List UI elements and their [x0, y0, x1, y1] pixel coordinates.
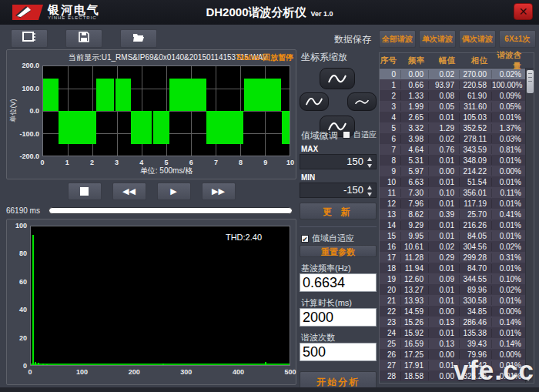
table-row[interactable]: 2214.590.0034.850.00%: [380, 306, 534, 317]
fast-forward-button[interactable]: ▶▶: [202, 183, 236, 200]
table-cell: 18: [380, 264, 401, 273]
table-cell: 25.70: [460, 210, 492, 219]
x-tick-label: 1: [59, 159, 75, 166]
spinner-arrows-icon[interactable]: [367, 186, 373, 196]
table-row[interactable]: 21.330.0861.900.09%: [380, 90, 534, 101]
waveform-notch: [114, 79, 116, 111]
spinner-arrows-icon[interactable]: [367, 157, 373, 168]
table-row[interactable]: 31.990.05311.600.05%: [380, 101, 534, 112]
table-cell: 3.32: [401, 124, 429, 132]
table-cell: 0.01: [429, 232, 460, 240]
table-cell: 0.03%: [492, 135, 526, 143]
fundamental-freq-input[interactable]: [300, 273, 377, 292]
table-row[interactable]: 95.970.00214.220.00%: [380, 166, 534, 176]
auto-range-checkbox[interactable]: ✔: [301, 235, 309, 243]
table-cell: 15.26: [401, 318, 429, 327]
reset-params-button[interactable]: 重置参数: [300, 245, 377, 257]
table-cell: 0.01: [429, 156, 460, 165]
table-row[interactable]: 117.300.10356.010.11%: [380, 187, 534, 198]
table-row[interactable]: 2516.590.1339.430.14%: [380, 338, 534, 349]
table-cell: 6.63: [401, 178, 429, 186]
zoom-right-button[interactable]: [347, 92, 377, 111]
table-row[interactable]: 138.620.3925.700.41%: [380, 209, 534, 219]
update-button[interactable]: 更 新: [300, 203, 377, 219]
table-cell: 0.09: [429, 275, 460, 283]
sine-wave-icon: [305, 97, 323, 106]
table-cell: 6: [380, 135, 401, 143]
rewind-icon: ◀◀: [122, 186, 136, 196]
table-row[interactable]: 10.6693.97220.58100.00%: [380, 79, 534, 90]
x-tick-label: 3: [109, 159, 125, 166]
y-tick-label: 200.0: [10, 62, 39, 69]
table-row[interactable]: 85.310.01348.090.01%: [380, 155, 534, 166]
table-cell: 7.96: [401, 199, 429, 208]
table-row[interactable]: 42.650.01105.030.01%: [380, 112, 534, 122]
table-row[interactable]: 63.980.02278.110.03%: [380, 133, 534, 144]
harmonic-count-input[interactable]: [300, 343, 377, 361]
spectrum-plot[interactable]: THD:2.40: [30, 226, 290, 366]
table-cell: 0.01: [429, 297, 460, 305]
display-button[interactable]: [11, 29, 48, 48]
tab-even-harmonics[interactable]: 偶次谐波: [459, 30, 496, 48]
table-cell: 304.56: [460, 243, 492, 251]
table-row[interactable]: 2315.260.13286.460.14%: [380, 317, 534, 327]
table-cell: 0.01%: [492, 232, 526, 240]
table-cell: 0.02: [429, 70, 460, 79]
zoom-up-button[interactable]: [320, 68, 355, 89]
x-tick-label: 100: [75, 368, 90, 376]
table-cell: 117.19: [460, 199, 492, 208]
progress-slider[interactable]: [49, 207, 293, 214]
save-button[interactable]: [65, 29, 102, 48]
stop-button[interactable]: [68, 183, 102, 200]
table-row[interactable]: 74.640.76343.590.81%: [380, 144, 534, 155]
table-cell: 8.62: [401, 210, 429, 219]
table-row[interactable]: 53.321.29352.521.37%: [380, 122, 534, 133]
table-row[interactable]: 149.290.01216.260.01%: [380, 219, 534, 230]
min-value-spinner[interactable]: -150: [300, 183, 377, 198]
waveform-header: 当前显示:U1_RMS&IP69&0x0140&20150114153715.W…: [7, 52, 296, 63]
table-cell: 7: [380, 146, 401, 154]
table-row[interactable]: 159.950.0184.050.01%: [380, 230, 534, 241]
table-row[interactable]: 00.000.02270.000.02%: [380, 69, 534, 79]
table-row[interactable]: 127.960.01117.190.01%: [380, 198, 534, 209]
table-cell: 0.05%: [492, 102, 526, 111]
tab-6x1-harmonics[interactable]: 6X±1次: [499, 30, 536, 48]
table-cell: 12.60: [401, 275, 429, 283]
thd-label: THD:2.40: [226, 233, 262, 242]
max-label: MAX: [301, 145, 318, 153]
zoom-left-button[interactable]: [300, 92, 329, 111]
tab-all-harmonics[interactable]: 全部谐波: [379, 30, 416, 48]
rewind-button[interactable]: ◀◀: [112, 183, 146, 200]
table-cell: 0.31%: [492, 253, 526, 262]
max-value-spinner[interactable]: 150: [300, 154, 377, 169]
open-button[interactable]: [120, 29, 157, 48]
table-scrollbar[interactable]: [525, 69, 534, 383]
table-row[interactable]: 2013.270.0189.960.02%: [380, 284, 534, 295]
play-button[interactable]: ▶: [157, 183, 191, 200]
table-row[interactable]: 2113.930.01330.580.01%: [380, 295, 534, 306]
waveform-plot[interactable]: [42, 65, 290, 156]
tab-odd-harmonics[interactable]: 单次谐波: [419, 30, 456, 48]
table-row[interactable]: 1912.600.09344.550.10%: [380, 273, 534, 284]
table-cell: 12: [380, 199, 401, 208]
table-cell: 1.99: [401, 102, 429, 111]
table-cell: 21: [380, 297, 401, 305]
table-row[interactable]: 1711.280.29299.280.31%: [380, 252, 534, 263]
table-cell: 0.01: [429, 264, 460, 273]
close-button[interactable]: ✕: [514, 3, 533, 20]
table-cell: 299.28: [460, 253, 492, 262]
calc-duration-input[interactable]: [300, 308, 377, 327]
table-row[interactable]: 2415.920.01135.380.01%: [380, 327, 534, 338]
scrollbar-thumb[interactable]: [527, 70, 534, 93]
y-tick-label: 0.0: [10, 107, 39, 115]
table-cell: 0.01%: [492, 297, 526, 305]
adaptive-checkbox[interactable]: [343, 131, 350, 139]
table-cell: 4: [380, 113, 401, 122]
waveform-block: [131, 111, 169, 144]
table-cell: 0.09%: [492, 92, 526, 100]
y-tick-label: 100: [0, 222, 27, 230]
table-cell: 14: [380, 221, 401, 230]
table-row[interactable]: 1811.940.0184.700.01%: [380, 263, 534, 273]
table-row[interactable]: 106.630.0151.540.01%: [380, 176, 534, 187]
table-row[interactable]: 1610.610.02304.560.02%: [380, 241, 534, 252]
